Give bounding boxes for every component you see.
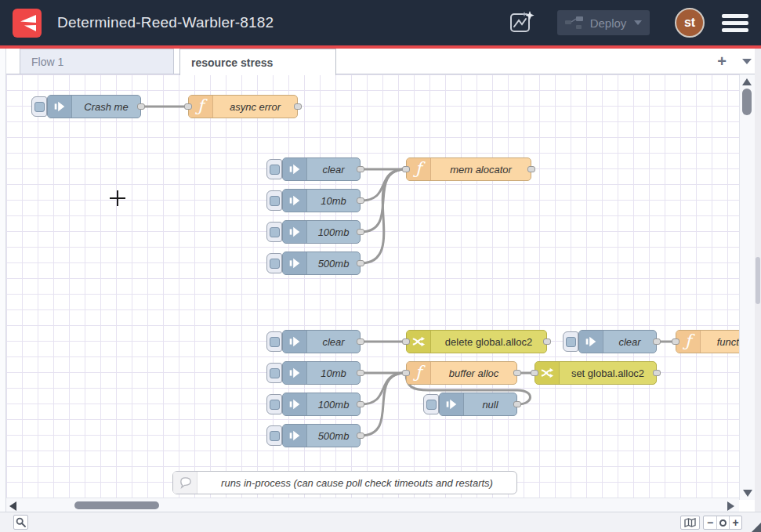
output-port[interactable] <box>513 401 521 407</box>
wire-fivehundred1-mem-alocator[interactable] <box>361 169 406 263</box>
input-port[interactable] <box>184 103 192 110</box>
output-port[interactable] <box>357 197 364 204</box>
node-fivehundred1[interactable]: 500mb <box>282 252 361 275</box>
scroll-left-arrow-icon[interactable] <box>9 501 16 511</box>
output-port[interactable] <box>543 338 551 345</box>
vertical-scrollbar-thumb[interactable] <box>742 89 752 115</box>
navigator-toggle-button[interactable] <box>680 516 700 530</box>
deploy-options-caret[interactable] <box>634 20 642 25</box>
horizontal-scrollbar[interactable] <box>6 498 739 512</box>
comment-icon <box>173 472 197 494</box>
inject-button[interactable] <box>266 363 282 383</box>
user-avatar[interactable]: st <box>675 8 705 38</box>
node-clear1[interactable]: clear <box>282 157 361 181</box>
output-port[interactable] <box>513 370 521 376</box>
search-flows-button[interactable] <box>13 515 28 530</box>
node-mem-alocator[interactable]: ƒmem alocator <box>406 157 531 181</box>
horizontal-scrollbar-thumb[interactable] <box>74 501 159 509</box>
inject-button[interactable] <box>266 331 282 352</box>
node-delete-global[interactable]: delete global.alloc2 <box>406 330 547 353</box>
page-scrollbar[interactable] <box>755 49 761 532</box>
output-port[interactable] <box>357 370 364 376</box>
ai-assistant-button[interactable] <box>507 9 537 37</box>
input-port[interactable] <box>531 370 538 376</box>
inject-button[interactable] <box>266 159 282 179</box>
node-tenmb1[interactable]: 10mb <box>282 189 361 212</box>
zoom-reset-button[interactable] <box>716 516 729 529</box>
page-scrollbar-thumb[interactable] <box>756 257 760 304</box>
wire-fivehundred2-buffer-alloc[interactable] <box>361 373 406 436</box>
node-crash-me[interactable]: Crash me <box>47 95 141 118</box>
deploy-button-label: Deploy <box>584 16 632 30</box>
inject-button-inner <box>270 196 280 206</box>
inject-button[interactable] <box>563 331 578 352</box>
deploy-button[interactable]: Deploy <box>557 10 650 35</box>
wire-hundredmb1-mem-alocator[interactable] <box>361 169 406 232</box>
output-port[interactable] <box>357 260 364 266</box>
menu-icon <box>722 14 748 18</box>
output-port[interactable] <box>357 166 364 172</box>
output-port[interactable] <box>137 103 145 110</box>
input-port[interactable] <box>402 166 410 172</box>
node-fivehundred2[interactable]: 500mb <box>282 424 361 447</box>
tab-resource-stress[interactable]: resource stress <box>179 49 336 75</box>
output-port[interactable] <box>653 338 661 345</box>
node-hundredmb2[interactable]: 100mb <box>282 393 361 416</box>
add-flow-button[interactable]: + <box>712 52 731 71</box>
inject-button[interactable] <box>423 394 439 414</box>
flowfuse-logo[interactable] <box>13 9 42 38</box>
tab-flow-1[interactable]: Flow 1 <box>20 49 174 74</box>
zoom-in-button[interactable]: + <box>729 516 741 529</box>
output-port[interactable] <box>357 432 364 439</box>
node-buffer-alloc[interactable]: ƒbuffer alloc <box>406 361 517 385</box>
menu-icon <box>722 21 748 25</box>
output-port[interactable] <box>294 103 302 110</box>
node-clear2[interactable]: clear <box>282 330 361 353</box>
output-port[interactable] <box>357 338 364 345</box>
inject-icon <box>288 256 302 270</box>
inject-button[interactable] <box>266 222 282 242</box>
ai-assistant-icon <box>509 9 535 36</box>
inject-button-inner <box>270 368 280 378</box>
node-function-node[interactable]: ƒfunction <box>676 330 739 353</box>
inject-button[interactable] <box>266 425 282 446</box>
node-tenmb2[interactable]: 10mb <box>282 361 361 385</box>
inject-button[interactable] <box>31 96 47 117</box>
zoom-out-button[interactable]: − <box>704 516 716 529</box>
inject-icon <box>440 393 464 415</box>
inject-button-inner <box>270 259 280 269</box>
scroll-up-arrow-icon[interactable] <box>742 78 752 85</box>
input-port[interactable] <box>402 370 410 376</box>
input-port[interactable] <box>672 338 679 345</box>
resize-grip[interactable] <box>752 523 761 532</box>
inject-icon <box>288 429 302 443</box>
inject-icon <box>283 362 307 384</box>
node-label: clear <box>307 331 360 353</box>
output-port[interactable] <box>527 166 535 172</box>
inject-button-inner <box>270 431 280 441</box>
node-async-error[interactable]: ƒasync error <box>188 95 298 118</box>
inject-icon <box>283 221 307 243</box>
scroll-down-arrow-icon[interactable] <box>743 490 752 497</box>
node-null-node[interactable]: null <box>439 393 517 416</box>
output-port[interactable] <box>357 401 364 407</box>
wire-tenmb1-mem-alocator[interactable] <box>361 169 406 201</box>
node-set-global[interactable]: set global.alloc2 <box>535 361 657 385</box>
function-glyph: ƒ <box>415 161 422 177</box>
flow-list-caret[interactable] <box>742 59 752 64</box>
main-menu-button[interactable] <box>722 9 748 37</box>
output-port[interactable] <box>653 370 661 376</box>
inject-button[interactable] <box>266 190 282 211</box>
tab-label: resource stress <box>191 56 273 69</box>
node-comment[interactable]: runs in-process (can cause poll check ti… <box>172 471 517 494</box>
flow-canvas[interactable]: Crash meƒasync errorclear10mb100mb500mbƒ… <box>6 74 739 498</box>
inject-button[interactable] <box>266 253 282 273</box>
output-port[interactable] <box>357 229 364 235</box>
wire-hundredmb2-buffer-alloc[interactable] <box>361 373 406 404</box>
scroll-right-arrow-icon[interactable] <box>727 501 734 511</box>
input-port[interactable] <box>402 338 410 345</box>
vertical-scrollbar[interactable] <box>739 74 755 500</box>
node-hundredmb1[interactable]: 100mb <box>282 220 361 244</box>
node-clear3[interactable]: clear <box>578 330 657 353</box>
inject-button[interactable] <box>266 394 282 414</box>
